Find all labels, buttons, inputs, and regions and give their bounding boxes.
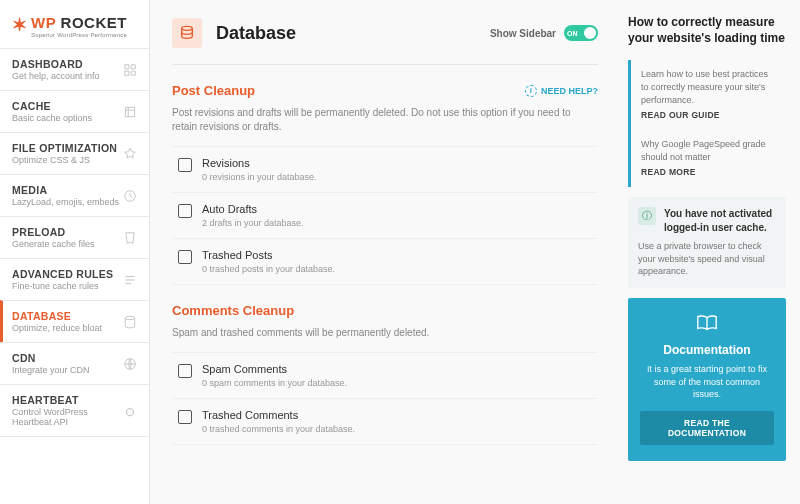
option-row: Trashed Posts0 trashed posts in your dat… [172,238,598,285]
option-sub: 0 spam comments in your database. [202,378,347,388]
read-doc-button[interactable]: READ THE DOCUMENTATION [640,411,774,445]
nav-title: CACHE [12,100,92,112]
nav-item-cdn[interactable]: CDNIntegrate your CDN [0,342,149,384]
nav-desc: Optimize, reduce bloat [12,323,102,333]
checkbox[interactable] [178,158,192,172]
option-row: Revisions0 revisions in your database. [172,146,598,192]
section-desc: Spam and trashed comments will be perman… [172,326,598,340]
card-link[interactable]: READ OUR GUIDE [641,110,776,122]
nav-title: PRELOAD [12,226,95,238]
svg-point-3 [182,26,193,30]
sidebar-toggle-wrap: Show Sidebar ON [490,25,598,41]
nav-icon [123,63,137,77]
section-title: Comments Cleanup [172,303,294,318]
checkbox[interactable] [178,364,192,378]
nav-icon [123,273,137,287]
nav-title: DASHBOARD [12,58,100,70]
page-title: Database [216,23,476,44]
option-title: Trashed Posts [202,249,335,261]
nav-title: HEARTBEAT [12,394,123,406]
option-sub: 2 drafts in your database. [202,218,304,228]
option-sub: 0 revisions in your database. [202,172,317,182]
option-sub: 0 trashed posts in your database. [202,264,335,274]
right-panel: How to correctly measure your website's … [620,0,800,504]
cache-info-card: ⓘ You have not activated logged-in user … [628,197,786,288]
documentation-card: Documentation It is a great starting poi… [628,298,786,461]
card-text: Learn how to use best practices to corre… [641,68,776,106]
right-title: How to correctly measure your website's … [628,14,786,46]
nav-desc: Control WordPress Heartbeat API [12,407,123,427]
nav-icon [123,105,137,119]
info-text: Use a private browser to check your webs… [638,240,776,278]
database-icon [172,18,202,48]
doc-title: Documentation [640,343,774,357]
nav-desc: Integrate your CDN [12,365,90,375]
logo-text: WP ROCKET [31,14,127,31]
nav-item-media[interactable]: MEDIALazyLoad, emojis, embeds [0,174,149,216]
checkbox[interactable] [178,250,192,264]
nav-desc: LazyLoad, emojis, embeds [12,197,119,207]
svg-point-1 [125,316,134,320]
nav-desc: Generate cache files [12,239,95,249]
logo: ✶ WP ROCKET Superior WordPress Performan… [0,0,149,48]
nav-icon [123,231,137,245]
card-link[interactable]: READ MORE [641,167,776,179]
content: Database Show Sidebar ON Post CleanupiNE… [150,0,620,504]
option-title: Trashed Comments [202,409,355,421]
guide-card: Learn how to use best practices to corre… [628,60,786,130]
nav-item-dashboard[interactable]: DASHBOARDGet help, account info [0,48,149,90]
nav-sidebar: ✶ WP ROCKET Superior WordPress Performan… [0,0,150,504]
option-row: Trashed Comments0 trashed comments in yo… [172,398,598,445]
nav-title: FILE OPTIMIZATION [12,142,117,154]
toggle-label: Show Sidebar [490,28,556,39]
nav-item-cache[interactable]: CACHEBasic cache options [0,90,149,132]
nav-item-file-optimization[interactable]: FILE OPTIMIZATIONOptimize CSS & JS [0,132,149,174]
option-title: Auto Drafts [202,203,304,215]
option-title: Revisions [202,157,317,169]
help-icon: i [525,85,537,97]
nav-icon [123,189,137,203]
info-title: You have not activated logged-in user ca… [664,207,776,235]
nav-title: CDN [12,352,90,364]
option-row: Auto Drafts2 drafts in your database. [172,192,598,238]
section-desc: Post revisions and drafts will be perman… [172,106,598,134]
nav-icon [123,315,137,329]
info-icon: ⓘ [638,207,656,225]
card-text: Why Google PageSpeed grade should not ma… [641,138,776,163]
doc-text: It is a great starting point to fix some… [640,363,774,401]
nav-item-database[interactable]: DATABASEOptimize, reduce bloat [0,300,149,342]
nav-desc: Optimize CSS & JS [12,155,117,165]
book-icon [640,314,774,337]
need-help-link[interactable]: iNEED HELP? [525,85,598,97]
sidebar-toggle[interactable]: ON [564,25,598,41]
option-row: Spam Comments0 spam comments in your dat… [172,352,598,398]
nav-icon [123,357,137,371]
nav-desc: Get help, account info [12,71,100,81]
nav-title: DATABASE [12,310,102,322]
nav-title: ADVANCED RULES [12,268,113,280]
guide-card: Why Google PageSpeed grade should not ma… [628,130,786,187]
nav-icon [123,404,137,418]
nav-item-advanced-rules[interactable]: ADVANCED RULESFine-tune cache rules [0,258,149,300]
logo-icon: ✶ [12,14,27,36]
nav-icon [123,147,137,161]
nav-item-preload[interactable]: PRELOADGenerate cache files [0,216,149,258]
checkbox[interactable] [178,410,192,424]
option-sub: 0 trashed comments in your database. [202,424,355,434]
logo-tagline: Superior WordPress Performance [31,32,127,38]
main: Database Show Sidebar ON Post CleanupiNE… [150,0,800,504]
nav-title: MEDIA [12,184,119,196]
page-header: Database Show Sidebar ON [172,18,598,65]
nav-item-heartbeat[interactable]: HEARTBEATControl WordPress Heartbeat API [0,384,149,437]
nav-desc: Fine-tune cache rules [12,281,113,291]
option-title: Spam Comments [202,363,347,375]
nav-desc: Basic cache options [12,113,92,123]
checkbox[interactable] [178,204,192,218]
section-title: Post Cleanup [172,83,255,98]
